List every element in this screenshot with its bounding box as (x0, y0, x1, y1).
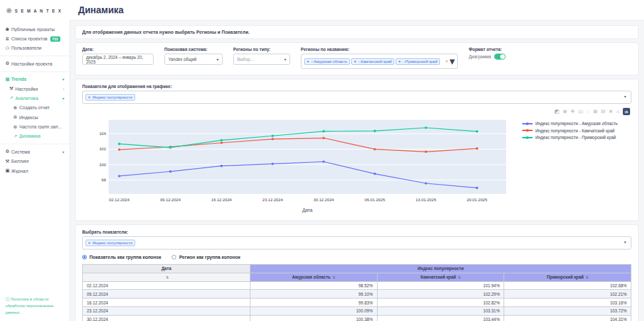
data-point[interactable] (476, 187, 478, 189)
data-point[interactable] (323, 137, 325, 140)
region-name-field: Регионы по названию: ×--Амурская область… (301, 47, 458, 69)
data-point[interactable] (118, 148, 121, 151)
data-point[interactable] (169, 146, 172, 149)
sidebar-item-journal[interactable]: ▣Журнал (0, 166, 70, 175)
sidebar-item-indexes[interactable]: ⊚Индексы (0, 113, 70, 122)
legend-item[interactable]: Индекс популярности - Амурская область (522, 121, 617, 126)
selected-option-chip[interactable]: ×Индекс популярности (85, 94, 135, 101)
selected-option-chip[interactable]: ×--Приморский край (396, 58, 440, 65)
radio-region-label: Регион как группа колонок (179, 255, 240, 259)
sidebar-item-system[interactable]: ⚙Система▾ (0, 147, 70, 156)
sidebar-item-public-projects[interactable]: ◉Публичные проекты (0, 24, 70, 34)
search-engine-select[interactable]: Yandex общий ▾ (164, 54, 223, 65)
data-point[interactable] (374, 173, 376, 175)
data-point[interactable] (374, 130, 376, 132)
table-panel: Выбрать показатели: ×Индекс популярности… (75, 224, 639, 321)
radio-metric-label: Показатель как группа колонок (89, 255, 161, 259)
data-point[interactable] (425, 126, 427, 129)
region-type-placeholder: Выбор... (237, 57, 254, 62)
sidebar-item-label: Настройки проекта (11, 62, 52, 66)
region-column-header[interactable]: Камчатский край⇅ (377, 273, 504, 281)
table-metrics-multiselect[interactable]: ×Индекс популярности▾ (82, 236, 631, 250)
remove-chip-icon[interactable]: × (354, 60, 356, 64)
data-point[interactable] (220, 139, 223, 142)
selected-option-chip[interactable]: ×--Амурская область (304, 58, 350, 65)
date-sort-header[interactable]: ⇅ (83, 273, 250, 281)
chart-icon: ↗ (13, 134, 19, 139)
chart-legend: Индекс популярности - Амурская областьИн… (522, 116, 617, 216)
date-column-header[interactable]: Дата (83, 265, 250, 273)
sidebar-item-label: Динамика (19, 134, 40, 138)
data-point[interactable] (118, 143, 121, 146)
remove-chip-icon[interactable]: × (88, 95, 91, 99)
legend-line-marker-icon (522, 137, 533, 138)
sidebar-item-project-list[interactable]: ≣Список проектов733 (0, 34, 70, 43)
data-point[interactable] (323, 130, 325, 133)
lasso-select-icon[interactable]: ◌ (586, 109, 590, 115)
data-point[interactable] (220, 142, 223, 144)
brand-logo[interactable]: ❋ S E M A N T E X (0, 0, 70, 21)
sidebar-item-project-settings[interactable]: ⚙Настройки проекта (0, 59, 70, 68)
radio-region-as-group[interactable]: Регион как группа колонок (172, 255, 240, 259)
legend-line-marker-icon (522, 123, 533, 124)
date-cell: 02.12.2024 (83, 281, 250, 290)
region-name-multiselect[interactable]: ×--Амурская область×--Камчатский край×--… (301, 54, 458, 69)
value-cell: 100.09% (250, 306, 378, 315)
download-plot-icon[interactable]: ◩ (555, 109, 560, 115)
pan-icon[interactable]: ✛ (570, 109, 575, 115)
data-point[interactable] (374, 148, 376, 151)
data-point[interactable] (220, 165, 223, 167)
clear-all-icon[interactable]: × (445, 59, 448, 64)
table-row: 30.12.2024100.38%103.44%104.31% (83, 315, 631, 321)
data-point[interactable] (272, 163, 274, 165)
data-point[interactable] (323, 160, 325, 163)
sidebar-item-create-report[interactable]: ⊕Создать отчет (0, 103, 70, 113)
autoscale-icon[interactable]: ✕ (608, 109, 613, 115)
data-point[interactable] (272, 138, 274, 140)
remove-chip-icon[interactable]: × (88, 241, 91, 245)
data-point[interactable] (118, 175, 121, 177)
sidebar-item-users[interactable]: ⚇Пользователи (0, 44, 70, 53)
box-select-icon[interactable]: ▭ (578, 109, 584, 115)
projects-count-badge: 733 (50, 36, 60, 42)
remove-chip-icon[interactable]: × (307, 60, 309, 64)
remove-chip-icon[interactable]: × (398, 60, 401, 64)
sidebar-item-label: Биллинг (11, 159, 29, 163)
legend-item[interactable]: Индекс популярности - Приморский край (522, 135, 617, 140)
sidebar-item-dynamics[interactable]: ↗Динамика (0, 132, 70, 141)
legend-item[interactable]: Индекс популярности - Камчатский край (522, 128, 617, 133)
users-icon: ⚇ (5, 46, 11, 51)
value-cell: 104.31% (504, 315, 631, 321)
x-tick-label: 30.12.2024 (313, 197, 335, 202)
data-point[interactable] (476, 130, 478, 133)
plot-area[interactable] (109, 120, 506, 194)
privacy-policy-link[interactable]: ⓘ Политика в области обработки персональ… (0, 292, 70, 321)
zoom-icon[interactable]: ⊕ (563, 109, 567, 115)
reset-axes-icon[interactable]: ⌂ (616, 109, 619, 115)
region-type-select[interactable]: Выбор... ▾ (233, 54, 290, 65)
zoom-in-icon[interactable]: ⊞ (593, 109, 598, 115)
sidebar-item-settings[interactable]: ⚒Настройки‹ (0, 84, 70, 93)
data-point[interactable] (272, 134, 274, 137)
plotly-logo-icon[interactable]: ılı (623, 108, 630, 115)
data-point[interactable] (425, 151, 427, 154)
data-point[interactable] (476, 148, 478, 150)
sidebar-item-trends[interactable]: ▦Trends▾ (0, 75, 70, 84)
sidebar-item-analytics[interactable]: ↗Аналитика▾ (0, 93, 70, 103)
selected-option-chip[interactable]: ×--Камчатский край (351, 58, 394, 65)
region-column-header[interactable]: Амурская область⇅ (250, 273, 378, 281)
zoom-out-icon[interactable]: ⊟ (601, 109, 606, 115)
selected-option-chip[interactable]: ×Индекс популярности (85, 240, 135, 246)
data-point[interactable] (425, 182, 427, 185)
region-column-header[interactable]: Приморский край⇅ (504, 273, 631, 281)
date-range-input[interactable]: декабрь 2, 2024 – январь 20, 2025 (82, 54, 154, 65)
x-tick-label: 02.12.2024 (109, 197, 131, 202)
diagram-toggle[interactable] (494, 54, 506, 60)
sidebar-item-billing[interactable]: ⚒Биллинг (0, 157, 70, 166)
sidebar-item-query-group-frequency[interactable]: ⊚Частота групп запросов (0, 122, 70, 131)
line-chart[interactable]: 9810010210402.12.202409.12.202416.12.202… (82, 116, 519, 216)
data-point[interactable] (169, 170, 172, 173)
radio-metric-as-group[interactable]: Показатель как группа колонок (82, 255, 161, 259)
globe-icon: ⊚ (13, 115, 19, 120)
chart-metrics-multiselect[interactable]: ×Индекс популярности▾ (82, 91, 631, 104)
